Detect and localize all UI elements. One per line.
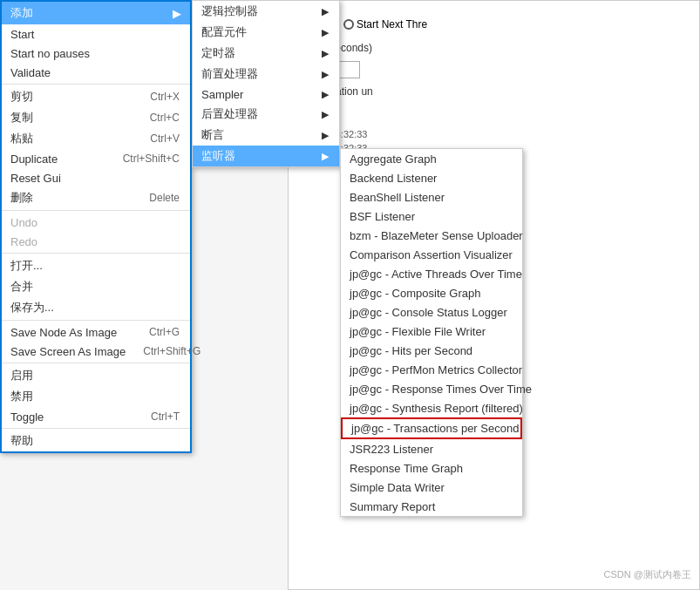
menu-header-label: 添加 (10, 5, 33, 21)
menu-item-label: Save Node As Image (10, 326, 117, 339)
menu-item-synthesis-report[interactable]: jp@gc - Synthesis Report (filtered) (341, 398, 522, 417)
menu-item-label: 合并 (10, 279, 33, 295)
menu-item-label: jp@gc - Flexible File Writer (350, 325, 486, 338)
menu-item-beanshell-listener[interactable]: BeanShell Listener (341, 187, 522, 207)
radio-label-next: Start Next Thre (357, 18, 427, 31)
menu-item-validate[interactable]: Validate (2, 63, 190, 82)
watermark: CSDN @测试内卷王 (604, 568, 691, 581)
context-menu-level1: 添加 ▶ Start Start no pauses Validate 剪切 C… (0, 0, 192, 453)
menu-item-help[interactable]: 帮助 (2, 431, 190, 451)
menu-item-shortcut: Ctrl+Shift+C (123, 153, 180, 165)
menu-item-logic-controller[interactable]: 逻辑控制器 ▶ (193, 1, 339, 22)
timestamp-1: /11/07 23:32:33 (297, 127, 690, 141)
menu-item-timer[interactable]: 定时器 ▶ (193, 43, 339, 64)
menu-item-pre-processor[interactable]: 前置处理器 ▶ (193, 64, 339, 85)
menu-item-label: Save Screen As Image (10, 345, 126, 358)
submenu-arrow: ▶ (322, 151, 329, 162)
menu-item-assertion[interactable]: 断言 ▶ (193, 125, 339, 146)
menu-item-label: JSR223 Listener (350, 443, 433, 456)
menu-item-bzm-uploader[interactable]: bzm - BlazeMeter Sense Uploader (341, 226, 522, 245)
menu-item-response-times[interactable]: jp@gc - Response Times Over Time (341, 379, 522, 398)
menu-item-sampler[interactable]: Sampler ▶ (193, 85, 339, 104)
separator (2, 363, 190, 363)
menu-item-merge[interactable]: 合并 (2, 276, 190, 297)
menu-header: 添加 ▶ (2, 2, 190, 24)
menu-item-paste[interactable]: 粘贴 Ctrl+V (2, 128, 190, 149)
menu-item-label: BeanShell Listener (350, 191, 445, 204)
menu-item-comparison-visualizer[interactable]: Comparison Assertion Visualizer (341, 245, 522, 264)
submenu-arrow: ▶ (322, 69, 329, 80)
menu-item-label: 后置处理器 (201, 106, 258, 122)
menu-item-perfmon[interactable]: jp@gc - PerfMon Metrics Collector (341, 360, 522, 379)
submenu-arrow: ▶ (322, 27, 329, 38)
text-partial-2: ead creation un (297, 82, 690, 101)
menu-item-label: jp@gc - Transactions per Second (351, 422, 519, 435)
menu-item-shortcut: Ctrl+V (150, 132, 180, 145)
menu-item-cut[interactable]: 剪切 Ctrl+X (2, 86, 190, 107)
menu-item-toggle[interactable]: Toggle Ctrl+T (2, 407, 190, 426)
menu-item-save-node[interactable]: Save Node As Image Ctrl+G (2, 322, 190, 342)
context-menu-level2: 逻辑控制器 ▶ 配置元件 ▶ 定时器 ▶ 前置处理器 ▶ Sampler ▶ 后… (192, 0, 340, 167)
menu-item-label: jp@gc - Active Threads Over Time (350, 268, 522, 281)
menu-item-undo[interactable]: Undo (2, 213, 190, 232)
separator (2, 320, 190, 321)
menu-item-aggregate-graph[interactable]: Aggregate Graph (341, 149, 522, 168)
menu-item-shortcut: Ctrl+X (150, 91, 180, 103)
menu-item-label: 启用 (10, 368, 33, 383)
menu-item-label: 断言 (201, 127, 224, 143)
menu-item-enable[interactable]: 启用 (2, 365, 190, 386)
menu-item-transactions-per-second[interactable]: jp@gc - Transactions per Second (341, 417, 522, 439)
menu-item-summary-report[interactable]: Summary Report (341, 497, 522, 516)
submenu-arrow: ▶ (322, 109, 329, 120)
menu-item-save-as[interactable]: 保存为... (2, 297, 190, 318)
menu-item-label: jp@gc - Hits per Second (350, 344, 472, 357)
menu-item-post-processor[interactable]: 后置处理器 ▶ (193, 104, 339, 125)
menu-item-composite-graph[interactable]: jp@gc - Composite Graph (341, 283, 522, 302)
menu-item-label: 复制 (10, 110, 33, 125)
menu-item-config-element[interactable]: 配置元件 ▶ (193, 22, 339, 43)
menu-item-label: Toggle (10, 410, 44, 424)
separator (2, 253, 190, 254)
menu-item-label: jp@gc - PerfMon Metrics Collector (350, 363, 522, 376)
menu-item-label: Aggregate Graph (350, 153, 437, 166)
separator (2, 428, 190, 429)
menu-item-delete[interactable]: 删除 Delete (2, 187, 190, 208)
radio-next-thread[interactable]: Start Next Thre (343, 18, 427, 31)
menu-item-label: 保存为... (10, 300, 54, 315)
menu-item-copy[interactable]: 复制 Ctrl+C (2, 107, 190, 128)
menu-item-label: jp@gc - Console Status Logger (350, 306, 507, 319)
menu-item-backend-listener[interactable]: Backend Listener (341, 168, 522, 187)
menu-item-bsf-listener[interactable]: BSF Listener (341, 207, 522, 226)
menu-item-label: 剪切 (10, 89, 33, 105)
menu-item-label: 前置处理器 (201, 66, 258, 82)
menu-item-label: Backend Listener (350, 172, 437, 185)
menu-item-redo[interactable]: Redo (2, 232, 190, 251)
menu-item-save-screen[interactable]: Save Screen As Image Ctrl+Shift+G (2, 342, 190, 361)
menu-item-active-threads[interactable]: jp@gc - Active Threads Over Time (341, 264, 522, 283)
menu-item-label: Reset Gui (10, 172, 61, 185)
menu-item-shortcut: Delete (149, 192, 180, 204)
menu-item-listener[interactable]: 监听器 ▶ (193, 146, 339, 166)
menu-item-console-status[interactable]: jp@gc - Console Status Logger (341, 302, 522, 322)
menu-item-label: 删除 (10, 190, 33, 206)
menu-item-label: bzm - BlazeMeter Sense Uploader (350, 229, 523, 242)
text-partial-1: pd (in seconds) (297, 38, 690, 58)
menu-item-flexible-file-writer[interactable]: jp@gc - Flexible File Writer (341, 322, 522, 341)
menu-item-open[interactable]: 打开... (2, 255, 190, 276)
menu-item-disable[interactable]: 禁用 (2, 386, 190, 407)
menu-item-label: Summary Report (350, 500, 435, 513)
menu-item-start-no-pauses[interactable]: Start no pauses (2, 44, 190, 63)
menu-item-duplicate[interactable]: Duplicate Ctrl+Shift+C (2, 149, 190, 168)
menu-item-simple-data-writer[interactable]: Simple Data Writer (341, 478, 522, 497)
separator (2, 210, 190, 211)
input-row: 远 (297, 58, 690, 82)
context-menu-level3-listeners: Aggregate Graph Backend Listener BeanShe… (340, 148, 523, 517)
menu-item-jsr223-listener[interactable]: JSR223 Listener (341, 439, 522, 458)
menu-item-hits-per-second[interactable]: jp@gc - Hits per Second (341, 341, 522, 360)
radio-dot-next (343, 19, 354, 30)
menu-item-label: jp@gc - Synthesis Report (filtered) (350, 402, 523, 415)
menu-item-shortcut: Ctrl+T (151, 410, 180, 423)
menu-item-start[interactable]: Start (2, 24, 190, 44)
menu-item-reset-gui[interactable]: Reset Gui (2, 168, 190, 187)
menu-item-response-time-graph[interactable]: Response Time Graph (341, 458, 522, 478)
